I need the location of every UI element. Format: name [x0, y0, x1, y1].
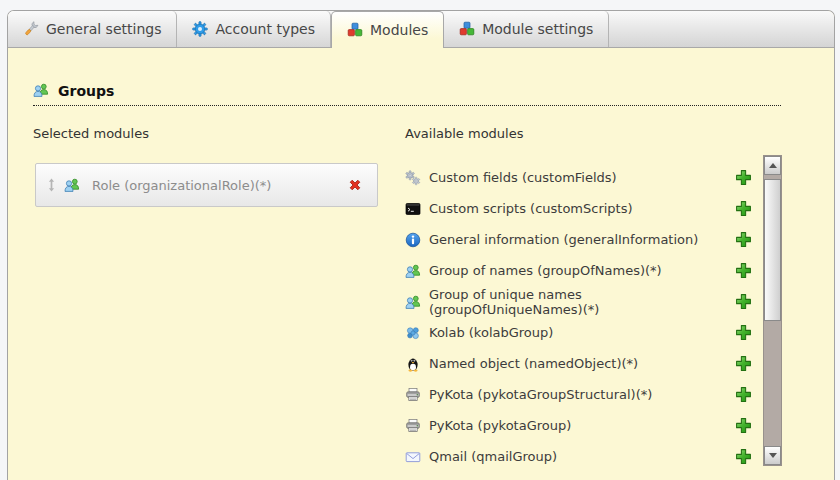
tab-label: General settings	[46, 21, 161, 37]
modules-icon	[459, 21, 475, 37]
printer-icon	[405, 387, 429, 403]
tab-label: Account types	[215, 21, 315, 37]
available-module-row: Group of names (groupOfNames)(*)	[405, 255, 755, 286]
selected-module-row[interactable]: Role (organizationalRole)(*)	[35, 163, 378, 207]
arrow-up-icon	[769, 163, 777, 168]
printer-icon	[405, 418, 429, 434]
add-module-button[interactable]	[735, 169, 755, 186]
group-icon	[405, 263, 429, 279]
available-module-name: Named object (namedObject)(*)	[429, 356, 735, 371]
add-module-button[interactable]	[735, 417, 755, 434]
add-module-button[interactable]	[735, 262, 755, 279]
section-header: Groups	[33, 82, 781, 106]
gear-icon	[192, 21, 208, 37]
penguin-icon	[405, 356, 429, 372]
terminal-icon	[405, 201, 429, 217]
envelope-icon	[405, 449, 429, 465]
section-title: Groups	[58, 83, 114, 99]
available-module-name: Custom scripts (customScripts)	[429, 201, 735, 216]
modules-icon	[347, 22, 363, 38]
arrow-down-icon	[769, 453, 777, 458]
available-module-row: Group of unique names (groupOfUniqueName…	[405, 286, 755, 317]
tab-bar-filler	[609, 11, 834, 47]
scrollbar-down-button[interactable]	[764, 446, 781, 465]
sort-handle-icon[interactable]	[47, 178, 56, 192]
add-module-button[interactable]	[735, 200, 755, 217]
add-module-button[interactable]	[735, 293, 755, 310]
available-module-row: Kolab (kolabGroup)	[405, 317, 755, 348]
selected-modules-list: Role (organizationalRole)(*)	[35, 163, 378, 207]
available-module-row: PyKota (pykotaGroupStructural)(*)	[405, 379, 755, 410]
add-module-button[interactable]	[735, 355, 755, 372]
scrollbar-up-button[interactable]	[764, 156, 781, 175]
available-module-name: PyKota (pykotaGroup)	[429, 418, 735, 433]
available-module-name: Group of names (groupOfNames)(*)	[429, 263, 735, 278]
available-module-name: Custom fields (customFields)	[429, 170, 735, 185]
available-module-name: Group of unique names (groupOfUniqueName…	[429, 287, 735, 317]
available-modules-list: Custom fields (customFields)Custom scrip…	[405, 162, 755, 472]
available-module-row: General information (generalInformation)	[405, 224, 755, 255]
add-module-button[interactable]	[735, 448, 755, 465]
tab-modules[interactable]: Modules	[331, 11, 444, 48]
gears-icon	[405, 170, 429, 186]
available-module-row: Qmail (qmailGroup)	[405, 441, 755, 472]
group-icon	[33, 82, 50, 99]
available-module-name: PyKota (pykotaGroupStructural)(*)	[429, 387, 735, 402]
selected-modules-label: Selected modules	[33, 126, 149, 141]
settings-window: General settingsAccount typesModulesModu…	[7, 10, 835, 480]
available-module-name: General information (generalInformation)	[429, 232, 735, 247]
available-modules-label: Available modules	[405, 126, 523, 141]
add-module-button[interactable]	[735, 324, 755, 341]
available-module-name: Kolab (kolabGroup)	[429, 325, 735, 340]
info-icon	[405, 232, 429, 248]
remove-module-button[interactable]	[347, 177, 363, 193]
selected-module-name: Role (organizationalRole)(*)	[92, 178, 347, 193]
group-icon	[64, 177, 80, 193]
scrollbar-thumb[interactable]	[764, 179, 781, 321]
kolab-icon	[405, 325, 429, 341]
available-modules-scrollbar[interactable]	[763, 155, 782, 466]
group-icon	[405, 294, 429, 310]
wrench-icon	[23, 21, 39, 37]
tab-label: Module settings	[482, 21, 593, 37]
tab-module-settings[interactable]: Module settings	[444, 11, 609, 47]
tab-bar: General settingsAccount typesModulesModu…	[8, 11, 834, 48]
available-module-row: PyKota (pykotaGroup)	[405, 410, 755, 441]
tab-account-types[interactable]: Account types	[177, 11, 331, 47]
available-module-name: Qmail (qmailGroup)	[429, 449, 735, 464]
available-module-row: Custom fields (customFields)	[405, 162, 755, 193]
available-module-row: Named object (namedObject)(*)	[405, 348, 755, 379]
tab-general-settings[interactable]: General settings	[8, 11, 177, 47]
tab-label: Modules	[370, 22, 428, 38]
add-module-button[interactable]	[735, 386, 755, 403]
available-module-row: Custom scripts (customScripts)	[405, 193, 755, 224]
add-module-button[interactable]	[735, 231, 755, 248]
